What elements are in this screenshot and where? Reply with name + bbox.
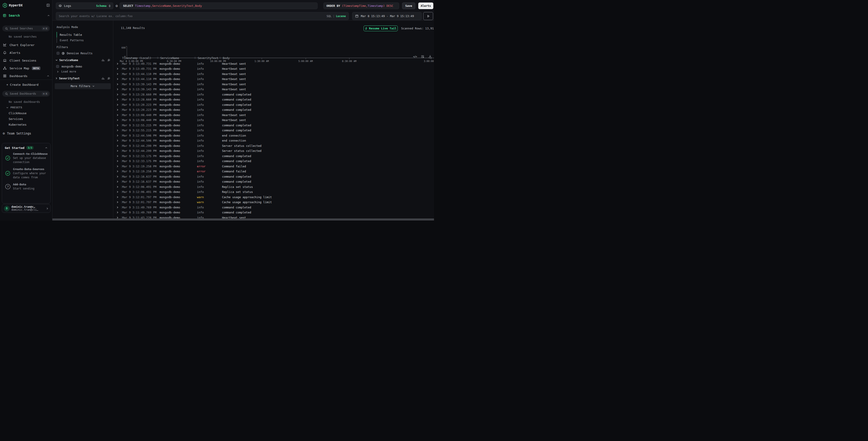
chevron-up-icon[interactable] xyxy=(47,14,50,17)
table-row[interactable]: Mar 9 3:12:16.637 PMmongodb-demoinfocomm… xyxy=(113,179,434,184)
expand-row-icon[interactable] xyxy=(116,93,119,96)
expand-row-icon[interactable] xyxy=(116,88,119,90)
alerts-button[interactable]: Alerts xyxy=(418,2,433,9)
preset-services[interactable]: Services xyxy=(9,116,26,122)
table-row[interactable]: Mar 9 3:13:39.143 PMmongodb-demoinfoHear… xyxy=(113,82,434,87)
table-row[interactable]: Mar 9 3:11:49.769 PMmongodb-demoinfocomm… xyxy=(113,210,434,215)
table-row[interactable]: Mar 9 3:12:33.175 PMmongodb-demoinfocomm… xyxy=(113,153,434,159)
expand-row-icon[interactable] xyxy=(116,62,119,65)
expand-row-icon[interactable] xyxy=(116,145,119,147)
run-query-button[interactable] xyxy=(423,12,433,20)
expand-row-icon[interactable] xyxy=(116,150,119,152)
drag-handle-icon[interactable]: ⠿ xyxy=(157,57,158,59)
column-header-body[interactable]: ⠿Body xyxy=(219,56,434,60)
presets-toggle[interactable]: PRESETS xyxy=(6,106,22,109)
preset-clickhouse[interactable]: ClickHouse xyxy=(9,110,26,116)
language-toggle[interactable]: SQL|Lucene xyxy=(327,14,346,18)
expand-row-icon[interactable] xyxy=(116,119,119,121)
bar-chart-icon[interactable] xyxy=(101,59,104,62)
expand-row-icon[interactable] xyxy=(116,134,119,137)
table-row[interactable]: Mar 9 3:13:39.143 PMmongodb-demoinfoHear… xyxy=(113,87,434,92)
select-clause-input[interactable]: SELECT Timestamp,ServiceName,SeverityTex… xyxy=(120,2,317,9)
results-histogram[interactable]: 600 0 Mar 8 3:00:00 PM6:30:00 PM10:00:00… xyxy=(113,33,434,50)
table-row[interactable]: Mar 9 3:12:16.637 PMmongodb-demoinfocomm… xyxy=(113,174,434,179)
table-row[interactable]: Mar 9 3:12:44.506 PMmongodb-demoinfoend … xyxy=(113,138,434,143)
user-profile[interactable]: D dominic.tran@c… dominic.tran@cli… xyxy=(2,204,51,213)
orderby-clause-input[interactable]: ORDER BY (TimestampTime, Timestamp) DESC xyxy=(323,2,399,9)
drag-handle-icon[interactable]: ⠿ xyxy=(219,57,221,59)
source-select[interactable]: Logs Schema xyxy=(56,2,113,9)
expand-row-icon[interactable] xyxy=(116,139,119,142)
table-row[interactable]: Mar 9 3:12:19.258 PMmongodb-demoerrorCom… xyxy=(113,164,434,169)
table-row[interactable]: Mar 9 3:13:20.223 PMmongodb-demoinfocomm… xyxy=(113,102,434,108)
sidebar-item-chart-explorer[interactable]: Chart Explorer xyxy=(0,41,52,49)
sidebar-item-client-sessions[interactable]: Client Sessions xyxy=(0,57,52,64)
table-row[interactable]: Mar 9 3:12:55.215 PMmongodb-demoinfocomm… xyxy=(113,128,434,133)
expand-row-icon[interactable] xyxy=(116,206,119,209)
save-button[interactable]: Save xyxy=(402,2,415,9)
expand-row-icon[interactable] xyxy=(116,83,119,86)
sidebar-collapse-icon[interactable] xyxy=(46,3,50,7)
table-row[interactable]: Mar 9 3:13:49.731 PMmongodb-demoinfoHear… xyxy=(113,61,434,66)
bar-chart-icon[interactable] xyxy=(101,77,104,80)
table-row[interactable]: Mar 9 3:12:44.299 PMmongodb-demoinfoServ… xyxy=(113,148,434,154)
expand-row-icon[interactable] xyxy=(116,216,119,218)
table-row[interactable]: Mar 9 3:11:43.228 PMmongodb-demoinfoHear… xyxy=(113,215,434,218)
sidebar-item-alerts[interactable]: Alerts xyxy=(0,49,52,57)
drag-handle-icon[interactable]: ⠿ xyxy=(194,57,196,59)
table-row[interactable]: Mar 9 3:13:44.110 PMmongodb-demoinfoHear… xyxy=(113,71,434,77)
more-filters-button[interactable]: More filters xyxy=(55,83,111,89)
table-row[interactable]: Mar 9 3:11:49.769 PMmongodb-demoinfocomm… xyxy=(113,205,434,210)
table-row[interactable]: Mar 9 3:12:33.175 PMmongodb-demoinfocomm… xyxy=(113,159,434,164)
table-row[interactable]: Mar 9 3:12:44.506 PMmongodb-demoinfoend … xyxy=(113,133,434,138)
table-row[interactable]: Mar 9 3:12:01.797 PMmongodb-demowarnCach… xyxy=(113,195,434,200)
pin-icon[interactable] xyxy=(107,59,110,62)
expand-row-icon[interactable] xyxy=(116,73,119,75)
table-row[interactable]: Mar 9 3:12:06.491 PMmongodb-demoinfoRepl… xyxy=(113,189,434,195)
expand-row-icon[interactable] xyxy=(116,104,119,106)
table-row[interactable]: Mar 9 3:13:08.440 PMmongodb-demoinfoHear… xyxy=(113,112,434,118)
expand-row-icon[interactable] xyxy=(116,175,119,178)
table-row[interactable]: Mar 9 3:12:01.797 PMmongodb-demowarnCach… xyxy=(113,200,434,205)
table-row[interactable]: Mar 9 3:13:08.440 PMmongodb-demoinfoHear… xyxy=(113,118,434,123)
table-row[interactable]: Mar 9 3:12:44.299 PMmongodb-demoinfoServ… xyxy=(113,143,434,148)
expand-row-icon[interactable] xyxy=(116,180,119,183)
date-range-picker[interactable]: Mar 8 15:13:49 - Mar 9 15:13:49 xyxy=(352,12,422,20)
language-lucene-label[interactable]: Lucene xyxy=(336,14,346,18)
table-row[interactable]: Mar 9 3:13:28.660 PMmongodb-demoinfocomm… xyxy=(113,97,434,102)
search-input[interactable]: Search your events w/ Lucene ex. column:… xyxy=(56,12,349,20)
expand-row-icon[interactable] xyxy=(116,78,119,80)
expand-row-icon[interactable] xyxy=(116,129,119,131)
preset-kubernetes[interactable]: Kubernetes xyxy=(9,122,26,127)
get-started-step[interactable]: Connect to ClickHouseSet up your databas… xyxy=(5,152,48,164)
horizontal-scrollbar[interactable] xyxy=(53,218,434,220)
analysis-mode-results-table[interactable]: Results Table xyxy=(57,32,84,37)
expand-row-icon[interactable] xyxy=(116,109,119,111)
expand-row-icon[interactable] xyxy=(116,170,119,173)
filter-group-servicename[interactable]: ServiceName xyxy=(55,58,110,62)
expand-row-icon[interactable] xyxy=(116,98,119,101)
table-row[interactable]: Mar 9 3:12:19.258 PMmongodb-demoerrorCom… xyxy=(113,169,434,174)
pin-icon[interactable] xyxy=(107,77,110,80)
table-row[interactable]: Mar 9 3:13:28.660 PMmongodb-demoinfocomm… xyxy=(113,92,434,97)
expand-row-icon[interactable] xyxy=(116,186,119,188)
expand-row-icon[interactable] xyxy=(116,114,119,116)
expand-row-icon[interactable] xyxy=(116,67,119,70)
sidebar-item-search[interactable]: Search xyxy=(3,13,50,18)
source-settings-gear-icon[interactable]: ⚙ xyxy=(116,4,118,8)
expand-row-icon[interactable] xyxy=(116,196,119,198)
filter-value-checkbox[interactable] xyxy=(56,65,59,68)
saved-searches-input[interactable]: Saved Searches ⌘ K xyxy=(2,26,50,31)
expand-row-icon[interactable] xyxy=(116,165,119,168)
chevron-up-icon[interactable] xyxy=(47,75,50,77)
table-row[interactable]: Mar 9 3:13:20.223 PMmongodb-demoinfocomm… xyxy=(113,108,434,113)
table-row[interactable]: Mar 9 3:12:06.491 PMmongodb-demoinfoRepl… xyxy=(113,184,434,189)
expand-row-icon[interactable] xyxy=(116,211,119,214)
resume-live-tail-button[interactable]: Resume Live Tail xyxy=(364,26,398,31)
create-dashboard-button[interactable]: + Create Dashboard xyxy=(6,83,38,86)
expand-row-icon[interactable] xyxy=(116,160,119,163)
analysis-mode-event-patterns[interactable]: Event Patterns xyxy=(57,37,84,43)
saved-dashboards-input[interactable]: Saved Dashboards ⌘ K xyxy=(2,91,50,97)
load-more-button[interactable]: Load more xyxy=(57,70,76,73)
chevron-up-icon[interactable] xyxy=(45,146,48,149)
